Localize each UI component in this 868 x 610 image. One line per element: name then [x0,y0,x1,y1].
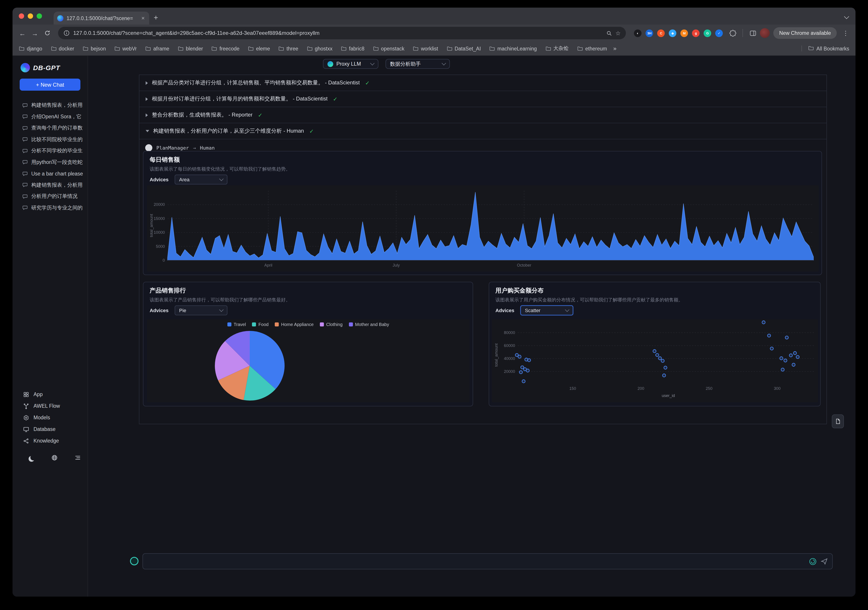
svg-text:80000: 80000 [504,330,515,335]
red-g-icon[interactable]: g [692,29,700,37]
bookmark-item[interactable]: fabric8 [341,46,364,51]
expand-caret-icon[interactable] [146,97,148,101]
bookmark-item[interactable]: blender [178,46,203,51]
chat-history-item[interactable]: Use a bar chart please [12,168,88,179]
crab-icon[interactable]: C [657,29,665,37]
search-icon[interactable] [606,30,612,36]
chat-input[interactable] [147,558,805,565]
legend-item[interactable]: Travel [227,322,246,327]
bookmark-item[interactable]: docker [51,46,74,51]
minimize-window-button[interactable] [28,13,33,19]
chart-type-select[interactable]: Scatter [521,305,573,315]
3h-badge-icon[interactable]: 3H [646,29,653,37]
bookmark-item[interactable]: machineLearning [490,46,537,51]
folder-icon [115,46,120,51]
sidebar-item-models[interactable]: Models [12,412,88,423]
chat-history-item[interactable]: 分析用户的订单情况 [12,191,88,202]
task-row[interactable]: 构建销售报表，分析用户的订单，从至少三个维度分析 - Human✓ [140,123,826,139]
bookmark-item[interactable]: eleme [248,46,270,51]
chat-history-item[interactable]: 构建销售报表，分析用 [12,179,88,191]
dark-reader-icon[interactable]: ◐ [634,29,642,37]
all-bookmarks-button[interactable]: All Bookmarks [801,46,849,51]
bookmark-item[interactable]: DataSet_AI [446,46,481,51]
bookmark-item[interactable]: bejson [83,46,106,51]
bookmark-item[interactable]: openstack [373,46,405,51]
feedback-doc-button[interactable] [832,414,844,428]
new-tab-button[interactable]: + [149,13,163,25]
chart-type-select[interactable]: Area [175,175,227,184]
close-window-button[interactable] [19,13,24,19]
extensions-row: ◐3HC◆MgG✓ [634,29,723,37]
bookmarks-bar: djangodockerbejsonwebVraframeblenderfree… [12,42,856,56]
collapse-menu-icon[interactable] [74,455,81,463]
chat-bubble-icon [22,103,28,108]
bookmark-item[interactable]: ghostxx [307,46,332,51]
svg-text:total_amount: total_amount [494,344,499,367]
chat-history-item[interactable]: 用python写一段贪吃蛇 [12,156,88,168]
sidebar-item-database[interactable]: Database [12,423,88,435]
card-title: 每日销售额 [150,156,180,164]
back-button[interactable]: ← [17,28,28,39]
expand-caret-icon[interactable] [146,81,148,85]
reload-button[interactable] [42,28,53,39]
sidebar-item-app[interactable]: App [12,389,88,400]
browser-tab[interactable]: 127.0.0.1:5000/chat/?scene= × [54,12,149,25]
plan-from: PlanManager [157,145,189,151]
legend-item[interactable]: Mother and Baby [349,322,389,327]
chat-history-item[interactable]: 比较不同院校毕业生的 [12,134,88,145]
chrome-update-button[interactable]: New Chrome available [773,27,837,39]
sidebar-item-awel-flow[interactable]: AWEL Flow [12,400,88,412]
bookmarks-overflow-icon[interactable]: » [613,45,616,52]
chat-history-item[interactable]: 构建销售报表，分析用 [12,99,88,111]
task-row[interactable]: 整合分析数据，生成销售报表。 - Reporter✓ [140,107,826,123]
new-chat-button[interactable]: + New Chat [20,79,81,91]
browser-menu-icon[interactable]: ⋮ [840,28,851,39]
assistant-select[interactable]: 数据分析助手 [386,59,450,69]
bookmark-item[interactable]: three [279,46,298,51]
bookmark-item[interactable]: ethereum [577,46,607,51]
gem-icon[interactable]: ◆ [669,29,677,37]
forward-button[interactable]: → [29,28,40,39]
bookmark-item[interactable]: 大杂烩 [545,45,569,52]
task-row[interactable]: 根据产品分类对订单进行分组，计算总销售额、平均销售额和交易数量。 - DataS… [140,75,826,91]
svg-text:150: 150 [569,386,576,391]
chat-history-item[interactable]: 查询每个用户的订单数 [12,122,88,134]
fox-icon[interactable]: M [680,29,688,37]
bookmark-item[interactable]: freecode [212,46,240,51]
site-info-icon[interactable] [64,30,70,36]
chat-history-item[interactable]: 介绍OpenAI Sora，它 [12,111,88,122]
expand-caret-icon[interactable] [146,130,149,132]
address-bar[interactable]: 127.0.0.1:5000/chat/?scene=chat_agent&id… [58,27,626,39]
chat-history-item[interactable]: 研究学历与专业之间的 [12,202,88,214]
zoom-window-button[interactable] [37,13,42,19]
expand-caret-icon[interactable] [146,113,148,117]
profile-avatar[interactable] [760,28,770,38]
bookmark-item[interactable]: worklist [413,46,438,51]
chat-bubble-icon [22,114,28,119]
theme-moon-icon[interactable] [29,456,34,461]
chat-input-box[interactable] [143,553,833,569]
app-grid-icon [23,392,29,397]
bookmark-item[interactable]: aframe [145,46,169,51]
sidebar-item-knowledge[interactable]: Knowledge [12,435,88,447]
chart-type-select[interactable]: Pie [175,305,227,315]
legend-item[interactable]: Home Appliance [275,322,314,327]
legend-item[interactable]: Clothing [320,322,343,327]
model-select[interactable]: Proxy LLM [323,59,378,69]
bookmark-item[interactable]: django [19,46,42,51]
bookmark-item[interactable]: webVr [115,46,137,51]
extensions-puzzle-icon[interactable] [727,28,738,39]
side-panel-icon[interactable] [748,28,758,39]
task-row[interactable]: 根据月份对订单进行分组，计算每月的销售额和交易数量。 - DataScienti… [140,91,826,107]
legend-item[interactable]: Food [252,322,269,327]
chat-history-item[interactable]: 分析不同学校的毕业生 [12,145,88,156]
tab-close-icon[interactable]: × [141,15,146,22]
dbgpt-app: DB-GPT + New Chat 构建销售报表，分析用介绍OpenAI Sor… [12,56,856,597]
tab-search-button[interactable] [845,12,856,25]
grammarly-icon[interactable]: G [704,29,711,37]
language-globe-icon[interactable] [51,455,57,463]
bookmark-star-icon[interactable]: ☆ [615,30,620,36]
send-icon[interactable] [821,558,828,565]
daily-sales-card: 每日销售额 该图表展示了每日的销售额变化情况，可以帮助我们了解销售趋势。 Adv… [143,151,822,275]
shield-check-icon[interactable]: ✓ [715,29,723,37]
